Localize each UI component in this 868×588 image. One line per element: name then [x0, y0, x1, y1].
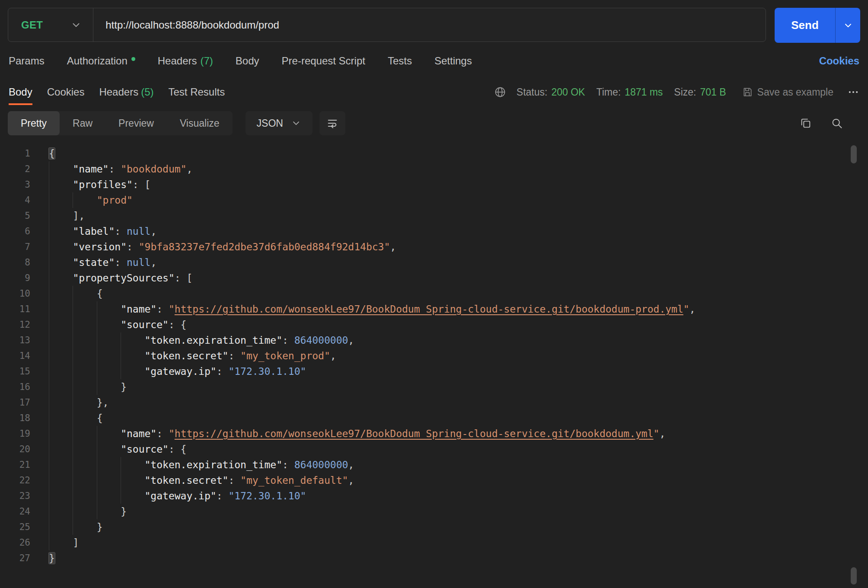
tab-label: Settings — [434, 55, 472, 67]
more-options-icon[interactable] — [847, 86, 859, 98]
request-tab-tests[interactable]: Tests — [388, 55, 412, 67]
indent-guide — [73, 348, 96, 364]
response-tab-cookies[interactable]: Cookies — [47, 79, 85, 105]
response-tabs: BodyCookiesHeaders(5)Test Results — [9, 79, 239, 105]
code-token: } — [121, 381, 127, 393]
request-tab-body[interactable]: Body — [236, 55, 259, 67]
request-tab-headers[interactable]: Headers(7) — [158, 55, 213, 67]
url-bar: GET — [8, 8, 766, 42]
code-token: : — [115, 226, 127, 237]
code-line-3: 3"profiles": [ — [0, 177, 868, 192]
indent-guide — [49, 457, 73, 473]
vertical-scrollbar-thumb-bottom[interactable] — [851, 567, 857, 585]
line-number: 24 — [0, 504, 30, 519]
code-token: : — [228, 350, 240, 361]
line-content: "name": "https://github.com/wonseokLee97… — [49, 301, 696, 317]
line-number: 16 — [0, 379, 30, 395]
url-input[interactable] — [105, 19, 755, 31]
search-icon[interactable] — [831, 117, 843, 129]
indent-guide — [49, 255, 73, 270]
code-line-13: 13"token.expiration_time": 864000000, — [0, 332, 868, 348]
code-token: } — [49, 553, 55, 564]
tab-count: (7) — [201, 55, 213, 67]
response-tab-headers[interactable]: Headers(5) — [99, 79, 153, 105]
code-line-4: 4"prod" — [0, 192, 868, 208]
request-tab-settings[interactable]: Settings — [434, 55, 472, 67]
line-content: { — [49, 146, 55, 161]
code-line-11: 11"name": "https://github.com/wonseokLee… — [0, 301, 868, 317]
line-content: "token.secret": "my_token_default", — [49, 473, 354, 488]
indent-guide — [121, 332, 144, 348]
network-globe-icon[interactable] — [494, 86, 506, 98]
code-line-7: 7"version": "9bfa83237e7fed2dbe37d6fab0e… — [0, 239, 868, 255]
size-value: 701 B — [700, 86, 726, 98]
save-as-example-button[interactable]: Save as example — [742, 86, 833, 98]
request-tab-pre-request-script[interactable]: Pre-request Script — [282, 55, 365, 67]
code-token: "label" — [73, 226, 115, 237]
code-token: "172.30.1.10" — [228, 490, 306, 502]
line-content: "token.expiration_time": 864000000, — [49, 457, 354, 473]
line-number: 15 — [0, 364, 30, 379]
vertical-scrollbar-thumb[interactable] — [851, 145, 857, 163]
code-token: 864000000 — [294, 335, 348, 346]
response-url-link[interactable]: https://github.com/wonseokLee97/BookDodu… — [175, 304, 683, 315]
tab-label: Tests — [388, 55, 412, 67]
tab-label: Pre-request Script — [282, 55, 365, 67]
line-number: 1 — [0, 146, 30, 161]
code-token: "state" — [73, 257, 115, 268]
response-header-row: BodyCookiesHeaders(5)Test Results Status… — [0, 79, 868, 105]
line-content: "name": "bookdodum", — [49, 161, 192, 177]
code-token: : — [127, 241, 139, 252]
response-url-link[interactable]: https://github.com/wonseokLee97/BookDodu… — [175, 428, 654, 439]
line-content: } — [49, 504, 127, 519]
indent-guide — [49, 426, 73, 441]
response-tab-body[interactable]: Body — [9, 79, 32, 105]
time-label: Time: — [596, 86, 621, 98]
code-token: { — [97, 288, 103, 299]
indent-guide — [73, 441, 96, 457]
code-line-19: 19"name": "https://github.com/wonseokLee… — [0, 426, 868, 441]
indent-guide — [49, 286, 73, 301]
code-token: : — [115, 257, 127, 268]
response-tab-test-results[interactable]: Test Results — [168, 79, 225, 105]
method-selector[interactable]: GET — [8, 8, 93, 42]
line-content: ] — [49, 535, 79, 550]
code-line-6: 6"label": null, — [0, 224, 868, 239]
viewer-tab-pretty[interactable]: Pretty — [8, 111, 60, 135]
line-number: 9 — [0, 270, 30, 286]
code-token: null — [127, 257, 150, 268]
send-button[interactable]: Send — [775, 8, 860, 43]
viewer-tab-visualize[interactable]: Visualize — [167, 111, 233, 135]
indent-guide — [73, 192, 96, 208]
viewer-tab-raw[interactable]: Raw — [60, 111, 105, 135]
code-token: : — [108, 163, 121, 175]
code-token: } — [97, 521, 103, 533]
request-tab-params[interactable]: Params — [9, 55, 45, 67]
tab-label: Test Results — [168, 86, 225, 98]
chevron-down-icon — [70, 19, 82, 31]
code-line-18: 18{ — [0, 410, 868, 426]
code-token: "gateway.ip" — [145, 490, 217, 502]
indent-guide — [73, 519, 96, 535]
code-token: 864000000 — [294, 459, 348, 470]
cookies-link[interactable]: Cookies — [819, 55, 859, 67]
code-token: " — [683, 304, 689, 315]
viewer-controls-row: PrettyRawPreviewVisualize JSON — [0, 111, 868, 135]
send-options-chevron-icon[interactable] — [835, 8, 860, 43]
line-content: { — [49, 286, 103, 301]
line-number: 8 — [0, 255, 30, 270]
status-pair: Status: 200 OK — [517, 86, 585, 98]
indent-guide — [97, 348, 121, 364]
indent-guide — [73, 504, 96, 519]
wrap-text-button[interactable] — [319, 111, 345, 135]
format-selector[interactable]: JSON — [246, 111, 313, 135]
indent-guide — [73, 473, 96, 488]
viewer-tab-preview[interactable]: Preview — [105, 111, 167, 135]
copy-icon[interactable] — [800, 117, 812, 129]
code-token: : — [156, 304, 169, 315]
line-number: 26 — [0, 535, 30, 550]
status-value: 200 OK — [551, 86, 585, 98]
request-tab-authorization[interactable]: Authorization — [67, 55, 135, 67]
line-number: 17 — [0, 395, 30, 410]
code-line-5: 5], — [0, 208, 868, 224]
